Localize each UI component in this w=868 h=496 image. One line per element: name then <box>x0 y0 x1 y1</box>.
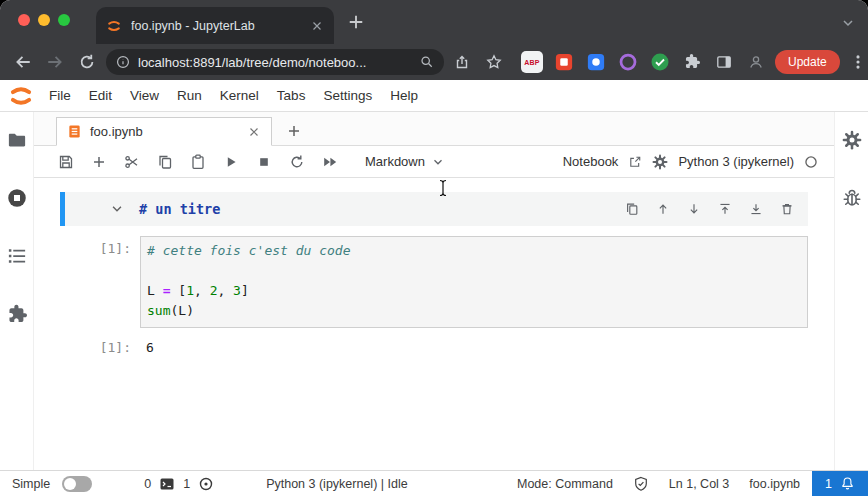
run-cell-icon[interactable] <box>223 154 239 170</box>
output-area: [1]: 6 <box>60 336 808 355</box>
jupyterlab-app: File Edit View Run Kernel Tabs Settings … <box>0 80 868 470</box>
insert-cell-below-icon[interactable] <box>749 202 763 216</box>
active-filename[interactable]: foo.ipynb <box>749 477 800 491</box>
running-kernels-icon[interactable] <box>7 188 27 208</box>
menu-file[interactable]: File <box>40 80 80 111</box>
document-tab-bar: foo.ipynb <box>34 112 834 146</box>
cut-cells-icon[interactable] <box>124 154 140 170</box>
address-bar[interactable]: localhost:8891/lab/tree/demo/noteboo... <box>106 49 444 75</box>
code-editor[interactable]: # cette fois c'est du code L = [1, 2, 3]… <box>140 236 808 328</box>
property-inspector-gear-icon[interactable] <box>842 130 862 150</box>
menu-settings[interactable]: Settings <box>314 80 381 111</box>
interrupt-kernel-icon[interactable] <box>256 154 272 170</box>
cursor-position[interactable]: Ln 1, Col 3 <box>669 477 729 491</box>
notebook-content: # un titre <box>34 178 834 470</box>
profile-icon[interactable] <box>748 54 764 70</box>
notebook-tools-label[interactable]: Notebook <box>563 154 619 169</box>
restart-run-all-icon[interactable] <box>322 154 338 170</box>
extension-manager-icon[interactable] <box>7 304 27 324</box>
code-line[interactable]: sum(L) <box>147 301 801 321</box>
code-cell: [1]: # cette fois c'est du code L = [1, … <box>60 236 808 328</box>
menu-view[interactable]: View <box>121 80 168 111</box>
menu-run[interactable]: Run <box>168 80 211 111</box>
delete-cell-icon[interactable] <box>780 202 794 216</box>
menu-tabs[interactable]: Tabs <box>268 80 315 111</box>
code-line[interactable] <box>147 261 801 281</box>
minimize-window-button[interactable] <box>38 14 50 26</box>
side-panel-icon[interactable] <box>716 54 732 70</box>
cell-toolbar <box>625 202 808 216</box>
close-tab-icon[interactable] <box>310 19 324 33</box>
bookmark-star-icon[interactable] <box>486 54 502 70</box>
close-window-button[interactable] <box>18 14 30 26</box>
restart-kernel-icon[interactable] <box>289 154 305 170</box>
simple-mode-toggle[interactable] <box>62 476 92 492</box>
notification-badge[interactable]: 1 <box>812 471 868 496</box>
site-info-icon[interactable] <box>116 55 130 69</box>
zoom-icon[interactable] <box>420 55 434 69</box>
red-extension-icon[interactable] <box>553 51 575 73</box>
cell-collapser-chevron-icon[interactable] <box>105 197 129 221</box>
output-prompt: [1]: <box>60 336 140 355</box>
external-link-icon[interactable] <box>628 155 642 169</box>
menu-kernel[interactable]: Kernel <box>211 80 268 111</box>
trusted-shield-icon <box>633 476 649 492</box>
save-icon[interactable] <box>58 154 74 170</box>
duplicate-cell-icon[interactable] <box>625 202 639 216</box>
output-value: 6 <box>140 336 154 355</box>
jupyter-favicon-icon <box>106 18 122 34</box>
browser-tab[interactable]: foo.ipynb - JupyterLab <box>96 7 334 44</box>
insert-cell-icon[interactable] <box>91 154 107 170</box>
share-icon[interactable] <box>454 54 470 70</box>
insert-cell-above-icon[interactable] <box>718 202 732 216</box>
browser-update-button[interactable]: Update <box>775 50 840 74</box>
table-of-contents-icon[interactable] <box>7 246 27 266</box>
reload-icon[interactable] <box>78 53 96 71</box>
kernel-status-text[interactable]: Python 3 (ipykernel) | Idle <box>266 477 408 491</box>
browser-tab-title: foo.ipynb - JupyterLab <box>131 19 310 33</box>
terminal-count[interactable]: 0 <box>144 477 151 491</box>
input-prompt: [1]: <box>60 236 140 328</box>
kernel-status-idle-icon <box>804 155 818 169</box>
code-line[interactable]: L = [1, 2, 3] <box>147 281 801 301</box>
cell-type-dropdown[interactable]: Markdown <box>365 154 445 169</box>
file-browser-icon[interactable] <box>7 130 27 150</box>
zoom-window-button[interactable] <box>58 14 70 26</box>
right-activity-bar <box>834 112 868 470</box>
tab-search-chevron-icon[interactable] <box>840 15 856 31</box>
forward-icon[interactable] <box>46 53 64 71</box>
markdown-cell[interactable]: # un titre <box>60 192 808 226</box>
menu-help[interactable]: Help <box>381 80 427 111</box>
browser-window: foo.ipynb - JupyterLab localhost:8891/la… <box>0 0 868 496</box>
text-cursor <box>438 179 448 201</box>
move-cell-down-icon[interactable] <box>687 202 701 216</box>
extensions-puzzle-icon[interactable] <box>684 54 700 70</box>
notification-count: 1 <box>825 477 832 491</box>
debugger-bug-icon[interactable] <box>842 188 862 208</box>
back-icon[interactable] <box>14 53 32 71</box>
kernel-count[interactable]: 1 <box>183 477 190 491</box>
green-check-extension-icon[interactable] <box>649 51 671 73</box>
window-controls <box>18 14 70 26</box>
code-line[interactable]: # cette fois c'est du code <box>147 241 801 261</box>
menu-edit[interactable]: Edit <box>80 80 121 111</box>
kernel-name[interactable]: Python 3 (ipykernel) <box>678 154 794 169</box>
new-tab-button[interactable] <box>346 12 366 32</box>
adblock-extension-icon[interactable]: ABP <box>521 51 543 73</box>
jupyter-logo-icon <box>8 83 34 109</box>
blue-extension-icon[interactable] <box>585 51 607 73</box>
markdown-source[interactable]: # un titre <box>139 201 220 217</box>
kernel-settings-gear-icon[interactable] <box>652 154 668 170</box>
purple-extension-icon[interactable] <box>617 51 639 73</box>
browser-menu-kebab-icon[interactable] <box>849 53 867 71</box>
close-notebook-tab-icon[interactable] <box>247 125 261 139</box>
copy-cells-icon[interactable] <box>157 154 173 170</box>
new-launcher-button[interactable] <box>286 123 302 139</box>
move-cell-up-icon[interactable] <box>656 202 670 216</box>
terminal-icon <box>159 476 175 492</box>
notebook-file-icon <box>67 124 82 139</box>
notebook-tab[interactable]: foo.ipynb <box>56 117 272 146</box>
browser-tab-strip: foo.ipynb - JupyterLab <box>0 0 868 44</box>
url-text[interactable]: localhost:8891/lab/tree/demo/noteboo... <box>138 55 412 70</box>
paste-cells-icon[interactable] <box>190 154 206 170</box>
